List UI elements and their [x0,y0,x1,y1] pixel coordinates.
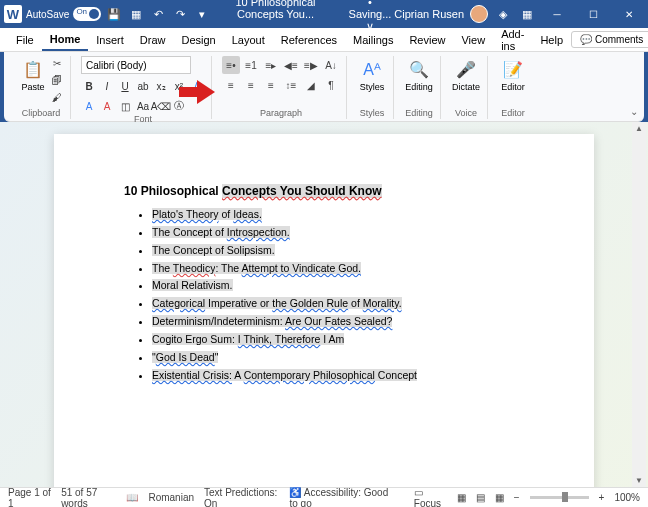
language-status[interactable]: Romanian [148,492,194,503]
group-label: Editing [405,108,433,119]
char-border-button[interactable]: ◫ [117,98,133,114]
case-button[interactable]: Aa [135,98,151,114]
list-item[interactable]: Cogito Ergo Sum: I Think, Therefore I Am [152,331,524,349]
scroll-up-icon[interactable]: ▲ [635,124,643,133]
shading-button[interactable]: ◢ [302,76,320,94]
callout-arrow [179,80,219,104]
tab-insert[interactable]: Insert [88,30,132,50]
styles-icon: Aᴬ [361,58,383,80]
clear-format-button[interactable]: A⌫ [153,98,169,114]
view-print-icon[interactable]: ▤ [476,492,485,503]
tab-mailings[interactable]: Mailings [345,30,401,50]
word-count[interactable]: 51 of 57 words [61,487,116,508]
autosave-toggle[interactable]: AutoSave On [26,7,101,21]
tab-draw[interactable]: Draw [132,30,174,50]
list-item[interactable]: Determinism/Indeterminism: Are Our Fates… [152,313,524,331]
mic-icon: 🎤 [455,58,477,80]
tab-addins[interactable]: Add-ins [493,24,532,56]
ribbon-collapse-icon[interactable]: ⌄ [630,106,638,117]
bold-button[interactable]: B [81,78,97,94]
italic-button[interactable]: I [99,78,115,94]
document-heading: 10 Philosophical Concepts You Should Kno… [124,184,524,198]
list-item[interactable]: The Concept of Solipsism. [152,242,524,260]
accessibility-status[interactable]: ♿ Accessibility: Good to go [289,487,393,508]
view-read-icon[interactable]: ▦ [457,492,466,503]
cut-icon[interactable]: ✂ [50,56,64,70]
spell-check-icon[interactable]: 📖 [126,492,138,503]
align-center-button[interactable]: ≡ [242,76,260,94]
document-page[interactable]: 10 Philosophical Concepts You Should Kno… [54,134,594,487]
list-item[interactable]: Existential Crisis: A Contemporary Philo… [152,367,524,385]
list-item[interactable]: Categorical Imperative or the Golden Rul… [152,295,524,313]
align-right-button[interactable]: ≡ [262,76,280,94]
tab-view[interactable]: View [453,30,493,50]
underline-button[interactable]: U [117,78,133,94]
highlight-button[interactable]: A [81,98,97,114]
zoom-level[interactable]: 100% [614,492,640,503]
word-app-icon: W [4,5,22,23]
group-editing: 🔍Editing Editing [398,56,441,119]
editor-button[interactable]: 📝Editor [498,56,528,92]
list-item[interactable]: The Concept of Introspection. [152,224,524,242]
undo-icon[interactable]: ↶ [149,5,167,23]
strike-button[interactable]: ab [135,78,151,94]
list-item[interactable]: The Theodicy: The Attempt to Vindicate G… [152,260,524,278]
page-count[interactable]: Page 1 of 1 [8,487,51,508]
view-web-icon[interactable]: ▦ [495,492,504,503]
zoom-in-button[interactable]: + [599,492,605,503]
user-avatar[interactable] [470,5,488,23]
qat-dropdown-icon[interactable]: ▾ [193,5,211,23]
text-predictions-status[interactable]: Text Predictions: On [204,487,279,508]
maximize-button[interactable]: ☐ [578,2,608,26]
copy-icon[interactable]: 🗐 [50,73,64,87]
multilevel-button[interactable]: ≡▸ [262,56,280,74]
decrease-indent-button[interactable]: ◀≡ [282,56,300,74]
comments-button[interactable]: 💬Comments [571,31,648,48]
search-icon: 🔍 [408,58,430,80]
scroll-down-icon[interactable]: ▼ [635,476,643,485]
group-label: Voice [455,108,477,119]
user-name[interactable]: Ciprian Rusen [394,8,464,20]
show-marks-button[interactable]: ¶ [322,76,340,94]
group-label: Editor [501,108,525,119]
increase-indent-button[interactable]: ≡▶ [302,56,320,74]
dictate-button[interactable]: 🎤Dictate [451,56,481,92]
tab-home[interactable]: Home [42,29,89,51]
sort-button[interactable]: A↓ [322,56,340,74]
close-button[interactable]: ✕ [614,2,644,26]
list-item[interactable]: Plato's Theory of Ideas. [152,206,524,224]
subscript-button[interactable]: x₂ [153,78,169,94]
format-painter-icon[interactable]: 🖌 [50,90,64,104]
tab-file[interactable]: File [8,30,42,50]
editor-icon: 📝 [502,58,524,80]
bullets-button[interactable]: ≡• [222,56,240,74]
styles-button[interactable]: AᴬStyles [357,56,387,92]
qat-button[interactable]: ▦ [127,5,145,23]
tab-references[interactable]: References [273,30,345,50]
paste-button[interactable]: 📋 Paste [18,56,48,92]
line-spacing-button[interactable]: ↕≡ [282,76,300,94]
font-color-button[interactable]: A [99,98,115,114]
tab-review[interactable]: Review [401,30,453,50]
zoom-out-button[interactable]: − [514,492,520,503]
list-item[interactable]: Moral Relativism. [152,277,524,295]
tab-layout[interactable]: Layout [224,30,273,50]
group-clipboard: 📋 Paste ✂ 🗐 🖌 Clipboard [12,56,71,119]
align-left-button[interactable]: ≡ [222,76,240,94]
numbering-button[interactable]: ≡1 [242,56,260,74]
diamond-icon[interactable]: ◈ [494,5,512,23]
group-label: Clipboard [22,108,61,119]
tab-design[interactable]: Design [173,30,223,50]
font-selector[interactable]: Calibri (Body) [81,56,191,74]
ribbon-options-icon[interactable]: ▦ [518,5,536,23]
vertical-scrollbar[interactable]: ▲ ▼ [632,122,646,487]
editing-button[interactable]: 🔍Editing [404,56,434,92]
list-item[interactable]: "God Is Dead" [152,349,524,367]
redo-icon[interactable]: ↷ [171,5,189,23]
focus-mode-button[interactable]: ▭ Focus [414,487,447,508]
zoom-slider[interactable] [530,496,589,499]
minimize-button[interactable]: ─ [542,2,572,26]
save-icon[interactable]: 💾 [105,5,123,23]
group-label: Styles [360,108,385,119]
tab-help[interactable]: Help [532,30,571,50]
